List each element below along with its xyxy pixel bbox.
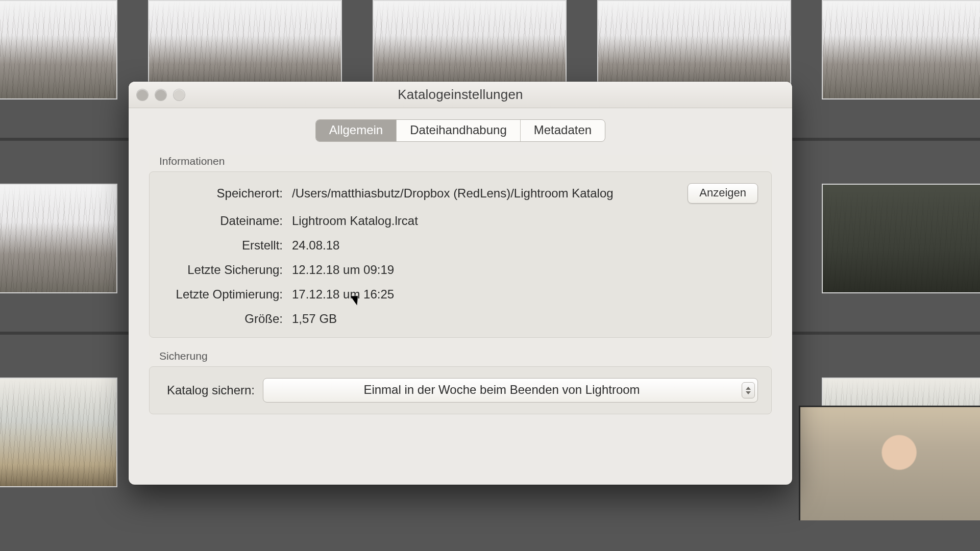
catalog-settings-dialog: Katalogeinstellungen Allgemein Dateihand… xyxy=(129,82,792,485)
webcam-overlay xyxy=(799,406,980,520)
value-filename: Lightroom Katalog.lrcat xyxy=(292,214,678,228)
value-location: /Users/matthiasbutz/Dropbox (RedLens)/Li… xyxy=(292,186,678,201)
section-title-backup: Sicherung xyxy=(159,350,772,362)
value-last-backup: 12.12.18 um 09:19 xyxy=(292,263,678,277)
thumbnail[interactable] xyxy=(0,378,117,487)
thumbnail[interactable] xyxy=(0,0,117,99)
label-backup-catalog: Katalog sichern: xyxy=(163,383,255,397)
section-title-information: Informationen xyxy=(159,155,772,167)
information-card: Speicherort: /Users/matthiasbutz/Dropbox… xyxy=(149,171,772,338)
window-title: Katalogeinstellungen xyxy=(398,87,523,103)
backup-frequency-select[interactable]: Einmal in der Woche beim Beenden von Lig… xyxy=(263,378,758,403)
window-close-button[interactable] xyxy=(137,89,148,101)
window-titlebar[interactable]: Katalogeinstellungen xyxy=(129,82,792,108)
window-zoom-button[interactable] xyxy=(174,89,185,101)
label-created: Erstellt: xyxy=(163,238,283,253)
tab-general[interactable]: Allgemein xyxy=(316,120,397,141)
thumbnail[interactable] xyxy=(822,0,980,99)
tab-file-handling[interactable]: Dateihandhabung xyxy=(397,120,521,141)
value-created: 24.08.18 xyxy=(292,238,678,253)
backup-card: Katalog sichern: Einmal in der Woche bei… xyxy=(149,366,772,414)
thumbnail[interactable] xyxy=(0,184,117,293)
label-size: Größe: xyxy=(163,312,283,326)
show-in-finder-button[interactable]: Anzeigen xyxy=(688,183,758,204)
value-size: 1,57 GB xyxy=(292,312,678,326)
label-last-optimize: Letzte Optimierung: xyxy=(163,287,283,302)
window-minimize-button[interactable] xyxy=(155,89,166,101)
thumbnail[interactable] xyxy=(822,184,980,293)
value-last-optimize: 17.12.18 um 16:25 xyxy=(292,287,678,302)
label-location: Speicherort: xyxy=(163,186,283,201)
tab-segmented-control: Allgemein Dateihandhabung Metadaten xyxy=(315,119,605,142)
tab-metadata[interactable]: Metadaten xyxy=(521,120,605,141)
label-last-backup: Letzte Sicherung: xyxy=(163,263,283,277)
label-filename: Dateiname: xyxy=(163,214,283,228)
